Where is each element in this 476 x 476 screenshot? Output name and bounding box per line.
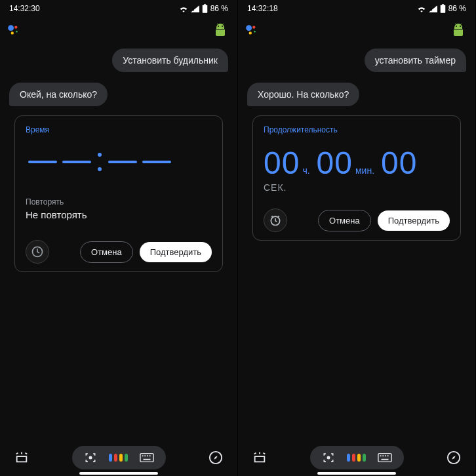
wifi-icon — [417, 5, 426, 12]
hours-value: 00 — [264, 145, 300, 181]
keyboard-icon[interactable] — [378, 452, 392, 463]
svg-point-25 — [249, 31, 252, 34]
user-avatar[interactable] — [212, 22, 228, 38]
minute-digit-1 — [108, 161, 137, 163]
user-message[interactable]: установить таймер — [365, 49, 466, 72]
hour-digit-2 — [62, 161, 91, 163]
mic-icon[interactable] — [109, 454, 128, 462]
svg-line-10 — [222, 24, 224, 25]
svg-text:4: 4 — [191, 7, 194, 12]
svg-point-5 — [11, 31, 14, 34]
svg-line-29 — [455, 24, 456, 25]
svg-point-27 — [456, 26, 457, 27]
signal-icon: 4 — [429, 5, 437, 12]
battery-icon — [202, 4, 208, 13]
explore-icon[interactable] — [446, 450, 461, 465]
keyboard-icon[interactable] — [140, 452, 154, 463]
lens-icon[interactable] — [84, 451, 97, 464]
app-header — [0, 17, 237, 43]
card-title: Продолжительность — [264, 125, 450, 134]
clock-app-icon[interactable] — [26, 240, 49, 264]
status-time: 14:32:30 — [9, 4, 40, 13]
input-pill — [310, 446, 404, 469]
status-icons: 4 86 % — [417, 4, 466, 13]
svg-rect-33 — [378, 454, 391, 462]
app-header — [238, 17, 475, 43]
mic-icon[interactable] — [347, 454, 366, 462]
svg-point-26 — [254, 31, 256, 33]
confirm-button[interactable]: Подтвердить — [140, 242, 212, 262]
cancel-button[interactable]: Отмена — [318, 210, 371, 231]
navigation-handle[interactable] — [79, 472, 158, 475]
seconds-unit: СЕК. — [264, 182, 450, 193]
svg-rect-18 — [143, 459, 150, 460]
clock-app-icon[interactable] — [264, 208, 287, 232]
bottom-bar — [238, 446, 475, 469]
updates-icon[interactable] — [252, 450, 267, 465]
svg-point-8 — [222, 26, 223, 27]
duration-input[interactable]: 00 ч. 00 мин. 00 — [264, 145, 450, 181]
svg-point-7 — [218, 26, 219, 27]
assistant-logo-icon — [7, 23, 21, 37]
svg-point-6 — [16, 31, 18, 33]
status-bar: 14:32:30 4 86 % — [0, 0, 237, 17]
card-title: Время — [26, 125, 212, 134]
cancel-button[interactable]: Отмена — [80, 241, 133, 263]
assistant-message: Окей, на сколько? — [9, 83, 108, 106]
svg-point-12 — [89, 456, 92, 460]
explore-icon[interactable] — [208, 450, 223, 465]
assistant-logo-icon — [245, 23, 259, 37]
svg-rect-36 — [385, 455, 386, 456]
svg-line-9 — [217, 24, 218, 25]
svg-rect-17 — [149, 455, 150, 456]
repeat-value[interactable]: Не повторять — [26, 209, 212, 220]
svg-point-28 — [460, 26, 461, 27]
svg-point-32 — [327, 456, 330, 460]
time-colon — [96, 153, 103, 171]
screenshot-alarm: 14:32:30 4 86 % Установить будильник Оке… — [0, 0, 238, 476]
minutes-unit: мин. — [355, 165, 374, 176]
conversation: Установить будильник Окей, на сколько? В… — [0, 43, 237, 272]
status-bar: 14:32:18 4 86 % — [238, 0, 475, 17]
svg-point-3 — [8, 25, 14, 31]
svg-rect-16 — [147, 455, 148, 456]
lens-icon[interactable] — [322, 451, 335, 464]
svg-rect-37 — [387, 455, 388, 456]
battery-percent: 86 % — [448, 4, 466, 13]
assistant-message: Хорошо. На сколько? — [247, 83, 359, 106]
minute-digit-2 — [142, 161, 171, 163]
timer-card: Продолжительность 00 ч. 00 мин. 00 СЕК. … — [252, 115, 461, 241]
signal-icon: 4 — [191, 5, 199, 12]
svg-point-24 — [252, 26, 255, 28]
alarm-card: Время Повторять Не повторять Отмена Подт… — [14, 115, 223, 272]
bottom-bar — [0, 446, 237, 469]
screenshot-timer: 14:32:18 4 86 % установить таймер Хорошо… — [238, 0, 476, 476]
svg-point-4 — [14, 26, 17, 28]
card-actions: Отмена Подтвердить — [264, 208, 450, 232]
svg-rect-34 — [380, 455, 381, 456]
navigation-handle[interactable] — [317, 472, 396, 475]
updates-icon[interactable] — [14, 450, 29, 465]
repeat-label: Повторять — [26, 197, 212, 207]
time-input[interactable] — [26, 145, 212, 184]
status-time: 14:32:18 — [247, 4, 278, 13]
svg-rect-38 — [381, 459, 388, 460]
user-message[interactable]: Установить будильник — [112, 49, 228, 72]
svg-rect-13 — [140, 454, 153, 462]
wifi-icon — [179, 5, 188, 12]
seconds-value: 00 — [381, 145, 417, 181]
svg-rect-22 — [442, 4, 444, 5]
svg-rect-14 — [142, 455, 143, 456]
svg-rect-2 — [204, 4, 206, 5]
svg-line-30 — [460, 24, 462, 25]
svg-rect-15 — [144, 455, 146, 456]
minutes-value: 00 — [317, 145, 353, 181]
battery-percent: 86 % — [210, 4, 228, 13]
confirm-button[interactable]: Подтвердить — [378, 210, 450, 231]
input-pill — [72, 446, 166, 469]
status-icons: 4 86 % — [179, 4, 228, 13]
svg-rect-21 — [440, 5, 445, 13]
card-actions: Отмена Подтвердить — [26, 240, 212, 264]
user-avatar[interactable] — [450, 22, 466, 38]
svg-point-23 — [246, 25, 252, 31]
